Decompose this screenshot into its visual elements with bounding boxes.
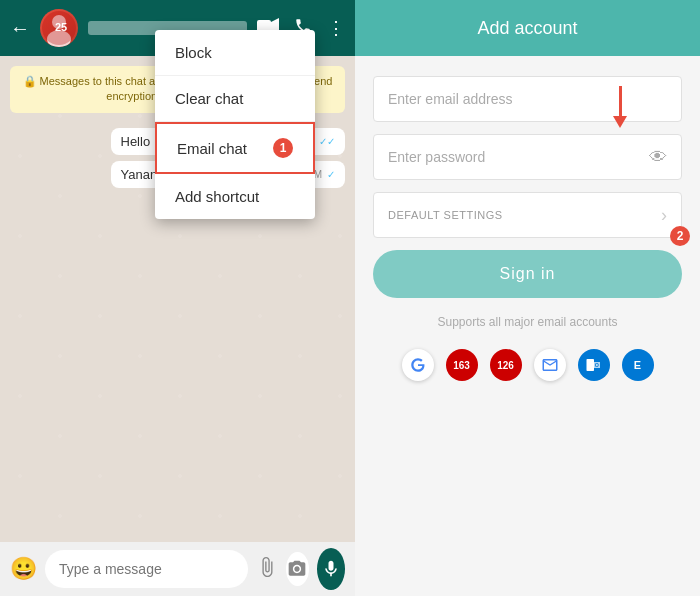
right-header-title: Add account — [477, 18, 577, 39]
right-content: 👁 DEFAULT SETTINGS › 2 Sign in Supports … — [355, 56, 700, 596]
menu-label-add-shortcut: Add shortcut — [175, 188, 259, 205]
password-wrapper: 👁 — [373, 134, 682, 180]
provider-outlook[interactable]: O — [578, 349, 610, 381]
step-1-badge: 1 — [273, 138, 293, 158]
default-settings-row[interactable]: DEFAULT SETTINGS › — [373, 192, 682, 238]
message-text-2: Yanan — [121, 167, 158, 182]
provider-exchange-label: E — [634, 359, 641, 371]
more-options-icon[interactable]: ⋮ — [327, 17, 345, 39]
right-header: Add account — [355, 0, 700, 56]
camera-button[interactable] — [286, 552, 309, 586]
default-settings-container: DEFAULT SETTINGS › 2 — [373, 192, 682, 238]
menu-item-clear-chat[interactable]: Clear chat — [155, 76, 315, 122]
provider-gmail[interactable] — [534, 349, 566, 381]
provider-exchange[interactable]: E — [622, 349, 654, 381]
provider-126-label: 126 — [497, 360, 514, 371]
attach-icon[interactable] — [256, 556, 278, 583]
message-text-1: Hello — [121, 134, 151, 149]
emoji-button[interactable]: 😀 — [10, 551, 37, 587]
menu-label-clear-chat: Clear chat — [175, 90, 243, 107]
left-panel: ← 25 — [0, 0, 355, 596]
back-button[interactable]: ← — [10, 17, 30, 40]
menu-item-block[interactable]: Block — [155, 30, 315, 76]
provider-163[interactable]: 163 — [446, 349, 478, 381]
menu-item-add-shortcut[interactable]: Add shortcut — [155, 174, 315, 219]
email-providers: 163 126 O E — [373, 349, 682, 381]
svg-rect-6 — [586, 359, 594, 371]
lock-icon: 🔒 — [23, 75, 37, 87]
menu-label-email-chat: Email chat — [177, 140, 247, 157]
avatar[interactable]: 25 — [40, 9, 78, 47]
email-field-wrapper — [373, 76, 682, 122]
chevron-right-icon: › — [661, 205, 667, 226]
right-panel: Add account 👁 DEFAULT SET — [355, 0, 700, 596]
avatar-image: 25 — [40, 9, 78, 47]
context-menu: Block Clear chat Email chat 1 Add shortc… — [155, 30, 315, 219]
password-input[interactable] — [388, 149, 667, 165]
default-settings-label: DEFAULT SETTINGS — [388, 209, 503, 221]
chat-input-bar: 😀 — [0, 542, 355, 596]
eye-icon[interactable]: 👁 — [649, 147, 667, 168]
provider-google[interactable] — [402, 349, 434, 381]
menu-label-block: Block — [175, 44, 212, 61]
supports-text: Supports all major email accounts — [373, 315, 682, 329]
provider-126[interactable]: 126 — [490, 349, 522, 381]
message-input[interactable] — [45, 550, 248, 588]
password-field-wrapper: 👁 — [373, 134, 682, 180]
menu-item-email-chat[interactable]: Email chat 1 — [155, 122, 315, 174]
provider-163-label: 163 — [453, 360, 470, 371]
step-2-badge: 2 — [670, 226, 690, 246]
check-mark-1: ✓✓ — [319, 136, 335, 147]
svg-text:O: O — [594, 362, 598, 368]
mic-button[interactable] — [317, 548, 345, 590]
red-arrow-indicator — [613, 86, 627, 128]
svg-text:25: 25 — [55, 21, 67, 33]
sign-in-button[interactable]: Sign in — [373, 250, 682, 298]
check-mark-2: ✓ — [327, 169, 335, 180]
